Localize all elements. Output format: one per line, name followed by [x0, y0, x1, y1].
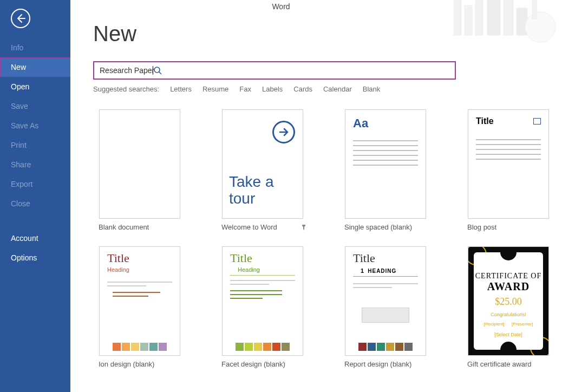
template-single-spaced-blank-: AaSingle spaced (blank) — [339, 109, 432, 241]
cert-line1: CERTIFICATE OF — [474, 272, 543, 280]
sidebar-item-save: Save — [0, 96, 70, 116]
title-text: Title — [100, 247, 180, 265]
template-label: Facet design (blank) — [221, 360, 285, 368]
template-thumb[interactable]: Aa — [345, 109, 426, 219]
back-arrow-icon — [15, 13, 26, 24]
sidebar-item-account[interactable]: Account — [0, 228, 70, 248]
suggested-resume[interactable]: Resume — [202, 85, 228, 93]
suggested-calendar[interactable]: Calendar — [323, 85, 352, 93]
heading-text: 1 HEADING — [353, 265, 418, 277]
heading-text: Heading — [100, 265, 180, 277]
backstage-sidebar: InfoNewOpenSaveSave AsPrintShareExportCl… — [0, 0, 70, 392]
sidebar-item-close: Close — [0, 194, 70, 213]
sidebar-item-save-as: Save As — [0, 116, 70, 135]
template-thumb[interactable]: Take atour — [222, 109, 303, 219]
suggested-label: Suggested searches: — [93, 85, 159, 93]
suggested-blank[interactable]: Blank — [363, 85, 381, 93]
title-text: Title — [345, 247, 426, 265]
aa-icon: Aa — [345, 110, 426, 134]
suggested-labels[interactable]: Labels — [262, 85, 283, 93]
back-button[interactable] — [11, 9, 30, 28]
template-label: Gift certificate award — [467, 360, 532, 368]
template-thumb[interactable]: TitleHeading — [222, 246, 303, 356]
cert-price: $25.00 — [474, 296, 543, 308]
suggested-letters[interactable]: Letters — [170, 85, 192, 93]
heading-text: Heading — [230, 265, 295, 276]
title-text: Title — [223, 247, 303, 265]
template-label: Welcome to Word — [221, 223, 277, 231]
template-ion-design-blank-: TitleHeadingIon design (blank) — [93, 246, 186, 378]
template-label: Report design (blank) — [344, 360, 411, 368]
template-label: Ion design (blank) — [99, 360, 154, 368]
template-report-design-blank-: Title1 HEADINGReport design (blank) — [339, 246, 432, 378]
main-panel: New Research Paper Suggested searches: L… — [70, 0, 562, 392]
template-thumb[interactable] — [99, 109, 180, 219]
template-grid: Blank documentTake atourWelcome to WordA… — [93, 109, 546, 378]
template-label: Blog post — [467, 223, 496, 231]
template-thumb[interactable]: TitleHeading — [99, 246, 180, 356]
tour-text: Take atour — [229, 174, 274, 207]
cert-congrats: Congratulations! — [474, 312, 543, 317]
suggested-cards[interactable]: Cards — [293, 85, 312, 93]
cert-line2: AWARD — [474, 280, 543, 293]
template-label: Single spaced (blank) — [344, 223, 412, 231]
template-search[interactable]: Research Paper — [93, 61, 456, 80]
template-facet-design-blank-: TitleHeadingFacet design (blank) — [216, 246, 309, 378]
template-welcome-to-word: Take atourWelcome to Word — [216, 109, 309, 241]
sidebar-item-new[interactable]: New — [0, 57, 70, 77]
image-placeholder — [362, 308, 409, 323]
sidebar-item-open[interactable]: Open — [0, 77, 70, 96]
template-blank-document: Blank document — [93, 109, 186, 241]
page-title: New — [93, 22, 546, 46]
cert-date: [Select Date] — [474, 332, 543, 337]
suggested-fax[interactable]: Fax — [239, 85, 251, 93]
template-gift-certificate-award: CERTIFICATE OFAWARD$25.00Congratulations… — [462, 246, 555, 378]
template-thumb[interactable]: Title1 HEADING — [345, 246, 426, 356]
template-thumb[interactable]: Title — [468, 109, 549, 219]
app-title: Word — [0, 2, 562, 11]
suggested-searches: Suggested searches: LettersResumeFaxLabe… — [93, 85, 546, 93]
window-icon — [533, 118, 541, 125]
template-blog-post: TitleBlog post — [462, 109, 555, 241]
sidebar-item-options[interactable]: Options — [0, 248, 70, 267]
template-thumb[interactable]: CERTIFICATE OFAWARD$25.00Congratulations… — [468, 246, 549, 356]
sidebar-item-export: Export — [0, 174, 70, 194]
arrow-right-icon — [272, 121, 295, 143]
sidebar-item-print: Print — [0, 135, 70, 155]
pin-icon[interactable] — [300, 224, 307, 231]
blog-title: Title — [476, 116, 541, 126]
sidebar-item-share: Share — [0, 155, 70, 174]
sidebar-item-info: Info — [0, 38, 70, 57]
template-label: Blank document — [99, 223, 149, 231]
